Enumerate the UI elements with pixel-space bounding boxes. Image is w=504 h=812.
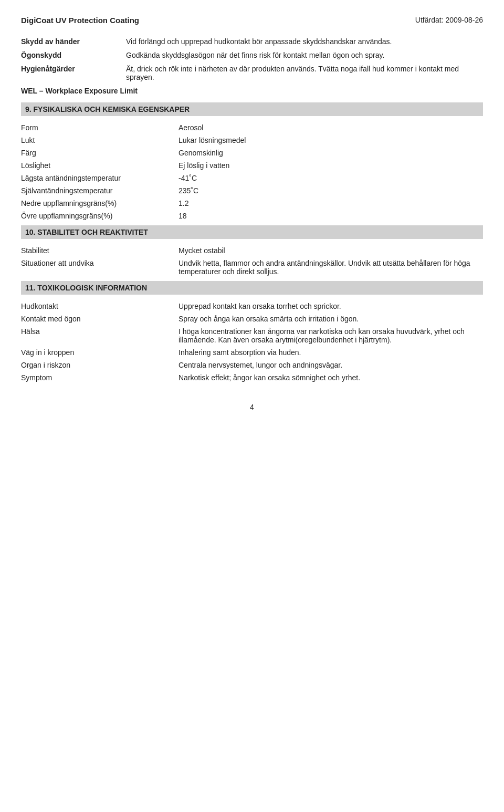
- section11-properties: HudkontaktUpprepad kontakt kan orsaka to…: [21, 302, 483, 382]
- section9-heading: 9. FYSIKALISKA OCH KEMISKA EGENSKAPER: [21, 102, 483, 116]
- prop-value: Ej löslig i vatten: [178, 161, 483, 170]
- prop-value: 235˚C: [178, 186, 483, 195]
- hands-protection-value: Vid förlängd och upprepad hudkontakt bör…: [126, 37, 483, 46]
- table-row: Självantändningstemperatur235˚C: [21, 186, 483, 195]
- prop-label: Lägsta antändningstemperatur: [21, 174, 178, 182]
- prop-value: Upprepad kontakt kan orsaka torrhet och …: [178, 302, 483, 310]
- table-row: HudkontaktUpprepad kontakt kan orsaka to…: [21, 302, 483, 310]
- table-row: FärgGenomskinlig: [21, 149, 483, 157]
- eye-protection-label: Ögonskydd: [21, 51, 126, 59]
- prop-label: Stabilitet: [21, 246, 178, 255]
- hands-protection-row: Skydd av händer Vid förlängd och upprepa…: [21, 37, 483, 46]
- prop-value: I höga koncentrationer kan ångorna var n…: [178, 327, 483, 344]
- hygiene-value: Ät, drick och rök inte i närheten av där…: [126, 65, 483, 81]
- prop-value: Narkotisk effekt; ångor kan orsaka sömni…: [178, 373, 483, 382]
- prop-value: 1.2: [178, 199, 483, 207]
- prop-label: Hälsa: [21, 327, 178, 344]
- prop-value: Centrala nervsystemet, lungor och andnin…: [178, 361, 483, 369]
- issued-date: Utfärdat: 2009-08-26: [415, 16, 483, 24]
- table-row: SymptomNarkotisk effekt; ångor kan orsak…: [21, 373, 483, 382]
- table-row: Kontakt med ögonSpray och ånga kan orsak…: [21, 315, 483, 323]
- prop-label: Symptom: [21, 373, 178, 382]
- table-row: Övre uppflamningsgräns(%)18: [21, 212, 483, 220]
- prop-value: 18: [178, 212, 483, 220]
- prop-value: Genomskinlig: [178, 149, 483, 157]
- table-row: Väg in i kroppenInhalering samt absorpti…: [21, 348, 483, 357]
- hygiene-row: Hygienåtgärder Ät, drick och rök inte i …: [21, 65, 483, 81]
- table-row: Lägsta antändningstemperatur-41˚C: [21, 174, 483, 182]
- section10-heading: 10. STABILITET OCH REAKTIVITET: [21, 225, 483, 239]
- prop-value: Inhalering samt absorption via huden.: [178, 348, 483, 357]
- table-row: Situationer att undvikaUndvik hetta, fla…: [21, 259, 483, 276]
- table-row: Organ i riskzonCentrala nervsystemet, lu…: [21, 361, 483, 369]
- table-row: LöslighetEj löslig i vatten: [21, 161, 483, 170]
- prop-label: Färg: [21, 149, 178, 157]
- page-header: DigiCoat UV Protection Coating Utfärdat:…: [21, 16, 483, 25]
- prop-label: Väg in i kroppen: [21, 348, 178, 357]
- prop-value: Aerosol: [178, 123, 483, 132]
- section11-heading: 11. TOXIKOLOGISK INFORMATION: [21, 281, 483, 295]
- page-number: 4: [21, 403, 483, 411]
- prop-label: Situationer att undvika: [21, 259, 178, 276]
- prop-value: -41˚C: [178, 174, 483, 182]
- eye-protection-row: Ögonskydd Godkända skyddsglasögon när de…: [21, 51, 483, 59]
- table-row: HälsaI höga koncentrationer kan ångorna …: [21, 327, 483, 344]
- prop-value: Lukar lösningsmedel: [178, 136, 483, 144]
- hygiene-label: Hygienåtgärder: [21, 65, 126, 73]
- wel-label: WEL – Workplace Exposure Limit: [21, 87, 483, 95]
- prop-label: Kontakt med ögon: [21, 315, 178, 323]
- prop-label: Nedre uppflamningsgräns(%): [21, 199, 178, 207]
- section10-properties: StabilitetMycket ostabilSituationer att …: [21, 246, 483, 276]
- document-title: DigiCoat UV Protection Coating: [21, 16, 139, 25]
- eye-protection-value: Godkända skyddsglasögon när det finns ri…: [126, 51, 483, 59]
- prop-value: Mycket ostabil: [178, 246, 483, 255]
- prop-label: Löslighet: [21, 161, 178, 170]
- prop-label: Självantändningstemperatur: [21, 186, 178, 195]
- section9-properties: FormAerosolLuktLukar lösningsmedelFärgGe…: [21, 123, 483, 220]
- prop-label: Lukt: [21, 136, 178, 144]
- table-row: StabilitetMycket ostabil: [21, 246, 483, 255]
- prop-label: Övre uppflamningsgräns(%): [21, 212, 178, 220]
- prop-label: Organ i riskzon: [21, 361, 178, 369]
- table-row: LuktLukar lösningsmedel: [21, 136, 483, 144]
- prop-value: Undvik hetta, flammor och andra antändni…: [178, 259, 483, 276]
- prop-label: Form: [21, 123, 178, 132]
- prop-label: Hudkontakt: [21, 302, 178, 310]
- prop-value: Spray och ånga kan orsaka smärta och irr…: [178, 315, 483, 323]
- hands-protection-label: Skydd av händer: [21, 37, 126, 46]
- table-row: Nedre uppflamningsgräns(%)1.2: [21, 199, 483, 207]
- table-row: FormAerosol: [21, 123, 483, 132]
